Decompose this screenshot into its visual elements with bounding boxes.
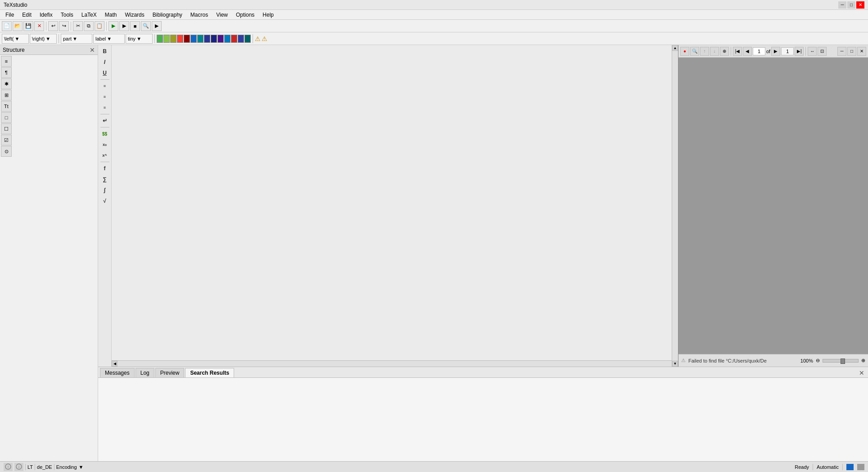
color-blue2[interactable]: [211, 35, 217, 43]
encoding-dropdown-arrow[interactable]: ▼: [79, 464, 84, 470]
color-red[interactable]: [177, 35, 183, 43]
menu-item-wizards[interactable]: Wizards: [121, 11, 148, 19]
run-button[interactable]: ▶: [119, 21, 129, 31]
close-button[interactable]: ✕: [856, 1, 864, 9]
subscript-button[interactable]: x₀: [100, 140, 110, 149]
struct-icon-box[interactable]: □: [1, 112, 12, 123]
editor-area[interactable]: ▲ ▼ ◀ ▶: [112, 45, 678, 367]
struct-icon-circle[interactable]: ⊙: [1, 146, 12, 157]
color-lime[interactable]: [163, 35, 170, 43]
size-dropdown[interactable]: tiny▼: [126, 34, 153, 44]
math-inline-button[interactable]: $$: [100, 129, 110, 138]
warning-icon-2[interactable]: ⚠: [262, 35, 267, 42]
color-navy2[interactable]: [204, 35, 210, 43]
struct-icon-check[interactable]: ☐: [1, 123, 12, 134]
tab-messages[interactable]: Messages: [100, 368, 135, 377]
tab-log[interactable]: Log: [136, 368, 154, 377]
redo-button[interactable]: ↪: [59, 21, 69, 31]
list3-button[interactable]: ≡: [100, 103, 110, 112]
struct-icon-grid[interactable]: ⊞: [1, 90, 12, 100]
pdf-last-page-button[interactable]: ▶|: [795, 47, 804, 56]
right-bracket-dropdown[interactable]: \right)▼: [30, 34, 57, 44]
color-teal[interactable]: [197, 35, 203, 43]
pdf-maximize-button[interactable]: □: [847, 47, 856, 56]
run-green-button[interactable]: ▶: [108, 21, 118, 31]
pdf-zoom-in-icon[interactable]: ⊕: [861, 358, 865, 363]
menu-item-macros[interactable]: Macros: [187, 11, 212, 19]
pdf-page-input[interactable]: 1: [753, 47, 765, 55]
menu-item-help[interactable]: Help: [259, 11, 277, 19]
menu-item-math[interactable]: Math: [101, 11, 121, 19]
menu-item-edit[interactable]: Edit: [18, 11, 35, 19]
tab-preview[interactable]: Preview: [155, 368, 185, 377]
menu-item-idefix[interactable]: Idefix: [36, 11, 56, 19]
menu-item-view[interactable]: View: [212, 11, 231, 19]
struct-icon-star[interactable]: ✱: [1, 78, 12, 89]
pdf-nav-up-button[interactable]: ↑: [700, 47, 709, 56]
color-red2[interactable]: [231, 35, 237, 43]
menu-item-latex[interactable]: LaTeX: [78, 11, 100, 19]
close-file-button[interactable]: ✕: [34, 21, 44, 31]
pdf-prev-page-button[interactable]: ◀: [743, 47, 752, 56]
pdf-zoom-out-icon[interactable]: ⊖: [816, 358, 820, 363]
pdf-minimize-button[interactable]: ─: [837, 47, 846, 56]
menu-item-file[interactable]: File: [2, 11, 18, 19]
scroll-left-button[interactable]: ◀: [112, 361, 118, 367]
color-olive[interactable]: [170, 35, 176, 43]
pdf-fit-width-button[interactable]: ↔: [808, 47, 817, 56]
struct-icon-text[interactable]: Tt: [1, 101, 12, 112]
color-navy[interactable]: [190, 35, 197, 43]
struct-icon-para[interactable]: ¶: [1, 67, 12, 78]
frac-button[interactable]: f: [100, 164, 110, 173]
sqrt-button[interactable]: √: [100, 196, 110, 205]
save-button[interactable]: 💾: [23, 21, 33, 31]
pdf-first-page-button[interactable]: |◀: [733, 47, 742, 56]
horizontal-scrollbar[interactable]: ◀ ▶: [112, 360, 678, 367]
minimize-button[interactable]: ─: [838, 1, 846, 9]
open-button[interactable]: 📂: [13, 21, 23, 31]
bold-button[interactable]: B: [100, 47, 110, 56]
color-green[interactable]: [157, 35, 163, 43]
color-maroon[interactable]: [184, 35, 190, 43]
struct-icon-list[interactable]: ≡: [1, 56, 12, 67]
color-blue3[interactable]: [224, 35, 231, 43]
pdf-red-button[interactable]: ●: [680, 47, 689, 56]
part-dropdown[interactable]: part▼: [61, 34, 92, 44]
struct-icon-checked[interactable]: ☑: [1, 135, 12, 145]
paste-button[interactable]: 📋: [95, 21, 104, 31]
enter-button[interactable]: ↵: [100, 116, 110, 125]
pdf-next-page-button[interactable]: ▶: [771, 47, 780, 56]
italic-button[interactable]: I: [100, 58, 110, 67]
copy-button[interactable]: ⧉: [84, 21, 94, 31]
structure-close-button[interactable]: ✕: [90, 46, 95, 54]
pdf-zoom-button[interactable]: ⊕: [720, 47, 729, 56]
color-indigo[interactable]: [238, 35, 244, 43]
cut-button[interactable]: ✂: [73, 21, 83, 31]
find-button[interactable]: 🔍: [141, 21, 151, 31]
vertical-scrollbar[interactable]: ▲ ▼: [672, 45, 678, 367]
tab-search-results[interactable]: Search Results: [185, 368, 234, 377]
list2-button[interactable]: ≡: [100, 92, 110, 101]
int-button[interactable]: ∫: [100, 186, 110, 195]
stop-button[interactable]: ■: [130, 21, 140, 31]
menu-item-bibliography[interactable]: Bibliography: [149, 11, 186, 19]
label-dropdown[interactable]: label▼: [93, 34, 125, 44]
pdf-fit-page-button[interactable]: ⊡: [818, 47, 827, 56]
pdf-nav-down-button[interactable]: ↓: [710, 47, 719, 56]
underline-button[interactable]: U: [100, 68, 110, 77]
scroll-up-button[interactable]: ▲: [672, 45, 678, 51]
zoom-slider-thumb[interactable]: [841, 359, 845, 364]
bottom-panel-close-button[interactable]: ✕: [859, 369, 864, 377]
new-button[interactable]: 📄: [2, 21, 12, 31]
warning-icon-1[interactable]: ⚠: [255, 35, 261, 42]
menu-item-options[interactable]: Options: [232, 11, 258, 19]
more-button[interactable]: ▶: [152, 21, 162, 31]
pdf-close-button[interactable]: ✕: [857, 47, 866, 56]
pdf-search-button[interactable]: 🔍: [690, 47, 699, 56]
menu-item-tools[interactable]: Tools: [57, 11, 77, 19]
maximize-button[interactable]: □: [847, 1, 855, 9]
zoom-slider[interactable]: [823, 359, 859, 363]
color-purple[interactable]: [217, 35, 224, 43]
left-bracket-dropdown[interactable]: \left(▼: [2, 34, 29, 44]
superscript-button[interactable]: x^: [100, 151, 110, 160]
